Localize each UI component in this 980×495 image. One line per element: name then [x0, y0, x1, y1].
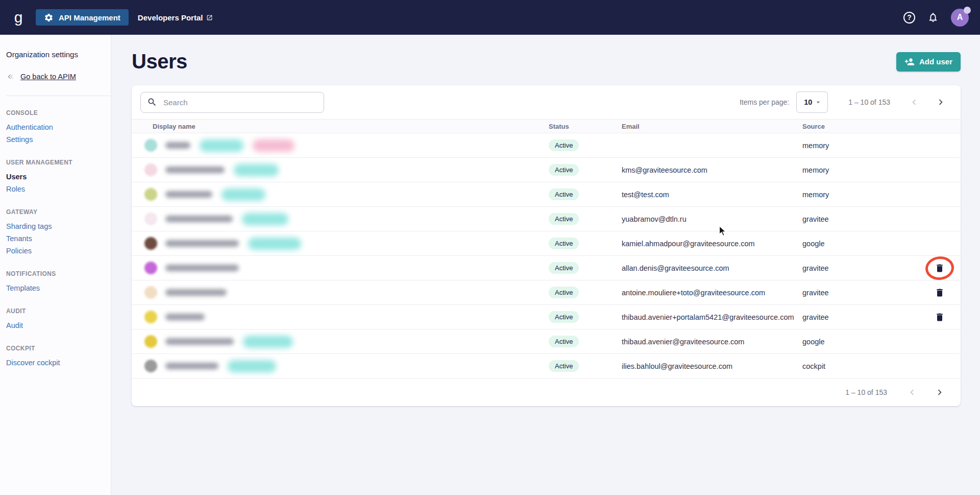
user-avatar-thumbnail: [144, 188, 157, 201]
table-row[interactable]: Activeallan.denis@graviteesource.comgrav…: [132, 256, 961, 280]
search-input[interactable]: [163, 98, 317, 107]
sidebar-section-header: GATEWAY: [6, 208, 105, 216]
delete-user-button[interactable]: [933, 261, 947, 275]
table-row[interactable]: Activekamiel.ahmadpour@graviteesource.co…: [132, 231, 961, 256]
items-per-page-select[interactable]: 10: [796, 91, 828, 113]
gravitee-logo-icon[interactable]: g: [7, 10, 30, 25]
sidebar-item-authentication[interactable]: Authentication: [6, 121, 105, 133]
table-row[interactable]: Activethibaud.avenier@graviteesource.com…: [132, 329, 961, 354]
sidebar-section-header: AUDIT: [6, 308, 105, 315]
table-row[interactable]: Activethibaud.avenier+portalam5421@gravi…: [132, 305, 961, 329]
status-cell: Active: [549, 311, 622, 323]
gear-icon: [44, 13, 54, 22]
sidebar-item-policies[interactable]: Policies: [6, 245, 105, 257]
user-avatar-thumbnail: [144, 262, 157, 274]
user-avatar-thumbnail: [144, 163, 157, 176]
redacted-display-name: [165, 338, 234, 345]
add-user-label: Add user: [919, 57, 952, 66]
avatar-status-dot: [964, 7, 971, 14]
sidebar-section: AUDITAudit: [6, 308, 105, 332]
table-footer: 1 – 10 of 153: [132, 379, 961, 406]
next-page-button[interactable]: [932, 93, 949, 111]
sidebar-item-users[interactable]: Users: [6, 171, 105, 183]
table-row[interactable]: Activememory: [132, 133, 961, 158]
email-cell: kamiel.ahmadpour@graviteesource.com: [622, 240, 802, 248]
previous-page-button-bottom[interactable]: [903, 384, 921, 401]
status-cell: Active: [549, 139, 622, 151]
help-glyph: ?: [907, 13, 912, 21]
redacted-role-chip: [242, 213, 288, 225]
sidebar-item-audit[interactable]: Audit: [6, 319, 105, 332]
display-name-cell: [132, 163, 549, 176]
source-cell: cockpit: [802, 362, 919, 370]
column-header-source: Source: [802, 123, 919, 130]
chevron-right-icon: [934, 387, 945, 398]
user-avatar-thumbnail: [144, 335, 157, 348]
search-box: [140, 92, 324, 113]
display-name-cell: [132, 335, 549, 348]
redacted-role-chip: [234, 164, 279, 176]
sidebar-item-tenants[interactable]: Tenants: [6, 232, 105, 245]
email-cell: ilies.bahloul@graviteesource.com: [622, 362, 802, 370]
table-row[interactable]: Activekms@graviteesource.commemory: [132, 158, 961, 182]
display-name-cell: [132, 213, 549, 225]
display-name-cell: [132, 188, 549, 201]
help-icon[interactable]: ?: [903, 12, 915, 23]
table-row[interactable]: Activetest@test.commemory: [132, 182, 961, 207]
add-user-button[interactable]: Add user: [896, 52, 961, 72]
status-cell: Active: [549, 188, 622, 200]
sidebar-section-header: CONSOLE: [6, 109, 105, 116]
double-chevron-left-icon: [6, 72, 15, 81]
sidebar-section: COCKPITDiscover cockpit: [6, 345, 105, 369]
redacted-display-name: [165, 314, 205, 320]
status-badge: Active: [549, 336, 579, 347]
table-row[interactable]: Activeyuabramov@dtln.rugravitee: [132, 207, 961, 231]
status-badge: Active: [549, 164, 579, 176]
page-title: Users: [132, 50, 187, 73]
sidebar-item-settings[interactable]: Settings: [6, 133, 105, 146]
redacted-display-name: [165, 142, 190, 149]
status-badge: Active: [549, 188, 579, 200]
redacted-display-name: [165, 240, 239, 247]
delete-user-button[interactable]: [933, 286, 947, 300]
status-cell: Active: [549, 336, 622, 347]
column-header-status: Status: [549, 123, 622, 130]
sidebar-item-templates[interactable]: Templates: [6, 282, 105, 294]
redacted-display-name: [165, 191, 212, 198]
sidebar-item-discover-cockpit[interactable]: Discover cockpit: [6, 357, 105, 369]
actions-cell: [919, 280, 961, 304]
status-cell: Active: [549, 238, 622, 249]
developers-portal-link[interactable]: Developers Portal: [138, 13, 213, 22]
table-row[interactable]: Activeilies.bahloul@graviteesource.comco…: [132, 354, 961, 379]
sidebar-section: USER MANAGEMENTUsersRoles: [6, 159, 105, 195]
users-table-body: ActivememoryActivekms@graviteesource.com…: [132, 133, 961, 379]
caret-down-icon: [814, 98, 822, 106]
redacted-role-chip: [248, 238, 301, 250]
sidebar-section: NOTIFICATIONSTemplates: [6, 270, 105, 294]
user-avatar-thumbnail: [144, 286, 157, 299]
table-row[interactable]: Activeantoine.mouliere+toto@graviteesour…: [132, 280, 961, 305]
status-cell: Active: [549, 287, 622, 298]
redacted-role-chip: [228, 360, 276, 372]
api-management-button[interactable]: API Management: [36, 9, 129, 26]
user-avatar-thumbnail: [144, 237, 157, 250]
sidebar-item-roles[interactable]: Roles: [6, 183, 105, 195]
redacted-display-name: [165, 167, 225, 173]
next-page-button-bottom[interactable]: [931, 384, 948, 401]
go-back-to-apim-link[interactable]: Go back to APIM: [6, 72, 105, 81]
person-add-icon: [904, 57, 915, 67]
pagination-range-label: 1 – 10 of 153: [848, 98, 890, 106]
notifications-bell-icon[interactable]: [927, 12, 939, 23]
sidebar-section: CONSOLEAuthenticationSettings: [6, 109, 105, 146]
status-badge: Active: [549, 262, 579, 274]
user-avatar-thumbnail: [144, 213, 157, 225]
chevron-right-icon: [935, 97, 946, 108]
actions-cell: [919, 133, 961, 157]
sidebar-item-sharding-tags[interactable]: Sharding tags: [6, 220, 105, 232]
email-cell: allan.denis@graviteesource.com: [622, 264, 802, 272]
source-cell: memory: [802, 142, 919, 150]
delete-user-button[interactable]: [933, 310, 947, 324]
trash-icon: [935, 263, 945, 273]
redacted-role-chip: [222, 188, 265, 201]
previous-page-button[interactable]: [905, 93, 923, 111]
